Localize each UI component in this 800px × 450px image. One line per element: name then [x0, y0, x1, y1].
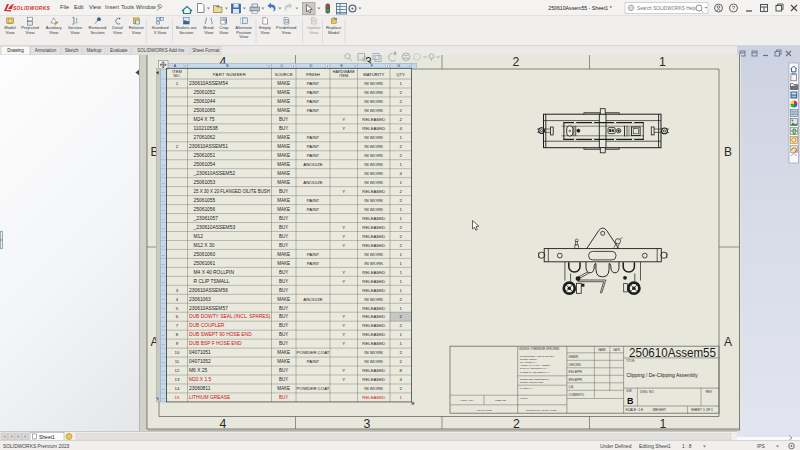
svg-text:230610ASSEM54: 230610ASSEM54: [189, 81, 228, 86]
svg-text:RELEASED: RELEASED: [362, 368, 385, 373]
svg-text:25061056: 25061056: [194, 207, 216, 212]
svg-text:RELEASED: RELEASED: [362, 314, 385, 319]
svg-text:13: 13: [175, 377, 180, 382]
svg-text:BUY: BUY: [279, 341, 288, 346]
svg-text:ANODIZE: ANODIZE: [303, 180, 323, 185]
svg-text:PAINT: PAINT: [307, 261, 320, 266]
svg-text:PAINT: PAINT: [307, 81, 320, 86]
svg-text:23060811: 23060811: [189, 386, 211, 391]
svg-text:25061051: 25061051: [194, 153, 216, 158]
svg-text:110210538: 110210538: [194, 126, 218, 131]
svg-text:Y: Y: [342, 279, 345, 284]
svg-text:M4 X 40 ROLLPIN: M4 X 40 ROLLPIN: [194, 270, 235, 275]
svg-text:Y: Y: [342, 126, 345, 131]
svg-text:Y: Y: [342, 332, 345, 337]
svg-text:UNLESS OTHERWISE SPECIFIED:: UNLESS OTHERWISE SPECIFIED:: [519, 347, 560, 351]
svg-text:M20 X 1.5: M20 X 1.5: [189, 377, 212, 382]
svg-text:25061052: 25061052: [194, 90, 216, 95]
svg-text:TOLERANCING PER:: TOLERANCING PER:: [520, 381, 544, 384]
svg-text:PAINT: PAINT: [307, 252, 320, 257]
svg-text:IN WORK: IN WORK: [364, 207, 383, 212]
svg-text:ANODIZE: ANODIZE: [303, 162, 323, 167]
svg-text:IN WORK: IN WORK: [364, 171, 383, 176]
svg-text:IN WORK: IN WORK: [364, 359, 383, 364]
svg-text:A: A: [724, 335, 732, 349]
svg-text:MAKE: MAKE: [277, 198, 290, 203]
svg-text:B: B: [627, 396, 634, 406]
svg-text:IN WORK: IN WORK: [364, 261, 383, 266]
svg-text:MAKE: MAKE: [277, 99, 290, 104]
svg-text:IN WORK: IN WORK: [364, 135, 383, 140]
svg-text:RELEASED: RELEASED: [362, 270, 385, 275]
svg-text:FINISH: FINISH: [520, 397, 528, 400]
svg-text:RELEASED: RELEASED: [362, 234, 385, 239]
svg-text:04071052: 04071052: [189, 359, 211, 364]
svg-text:MAKE: MAKE: [277, 350, 290, 355]
svg-text:M12: M12: [194, 234, 204, 239]
svg-text:4: 4: [219, 417, 226, 431]
svg-text:POWDER COAT: POWDER COAT: [297, 386, 330, 391]
svg-text:04071051: 04071051: [189, 350, 211, 355]
svg-text:G: G: [397, 64, 400, 68]
svg-text:MAKE: MAKE: [277, 386, 290, 391]
svg-text:MAKE: MAKE: [277, 359, 290, 364]
svg-text:IN WORK: IN WORK: [364, 386, 383, 391]
svg-text:Y: Y: [342, 368, 345, 373]
svg-text:ITEM: ITEM: [339, 74, 348, 78]
svg-text:3: 3: [364, 417, 371, 431]
svg-text:PAINT: PAINT: [307, 135, 320, 140]
svg-text:M24 X 75: M24 X 75: [194, 117, 215, 122]
svg-text:BUY: BUY: [279, 216, 288, 221]
svg-text:Y: Y: [342, 341, 345, 346]
svg-text:Y: Y: [342, 234, 345, 239]
svg-text:BUY: BUY: [279, 225, 288, 230]
svg-text:23061063: 23061063: [189, 297, 211, 302]
svg-text:PART NUMBER: PART NUMBER: [213, 72, 246, 77]
svg-text:IN WORK: IN WORK: [364, 350, 383, 355]
svg-text:Y: Y: [342, 314, 345, 319]
svg-text:SHEET 1 OF 1: SHEET 1 OF 1: [691, 408, 713, 412]
svg-text:Y: Y: [342, 323, 345, 328]
svg-text:IPS: IPS: [757, 444, 766, 449]
svg-text:MAKE: MAKE: [277, 90, 290, 95]
svg-text:IN WORK: IN WORK: [364, 144, 383, 149]
svg-text:CHECKED: CHECKED: [569, 363, 582, 367]
svg-text:BUY: BUY: [279, 189, 288, 194]
svg-text:PAINT: PAINT: [307, 198, 320, 203]
svg-text:RELEASED: RELEASED: [362, 341, 385, 346]
svg-text:RELEASED: RELEASED: [362, 189, 385, 194]
svg-text:25 X 30 X 20 FLANGED OILITE BU: 25 X 30 X 20 FLANGED OILITE BUSH: [194, 189, 271, 194]
svg-text:1 : 8: 1 : 8: [682, 444, 692, 449]
svg-text:DO NOT SCALE DRAWING: DO NOT SCALE DRAWING: [526, 409, 557, 412]
svg-text:2: 2: [513, 55, 520, 69]
svg-text:MAKE: MAKE: [277, 297, 290, 302]
svg-text:WEIGHT:: WEIGHT:: [653, 408, 667, 412]
svg-text:MAKE: MAKE: [277, 162, 290, 167]
svg-text:IN WORK: IN WORK: [364, 99, 383, 104]
svg-text:MAKE: MAKE: [277, 135, 290, 140]
svg-text:BUY: BUY: [279, 368, 288, 373]
svg-text:RELEASED: RELEASED: [362, 395, 385, 400]
svg-text:RELEASED: RELEASED: [362, 216, 385, 221]
svg-text:25061061: 25061061: [194, 261, 216, 266]
svg-text:230610ASSEM57: 230610ASSEM57: [189, 306, 228, 311]
svg-text:Under Defined: Under Defined: [600, 444, 632, 449]
svg-text:NAME: NAME: [598, 348, 606, 352]
svg-text:Y: Y: [342, 189, 345, 194]
svg-text:_23061057: _23061057: [193, 216, 219, 221]
svg-text:IN WORK: IN WORK: [364, 153, 383, 158]
svg-text:Y: Y: [342, 243, 345, 248]
svg-text:DUB BSP F HOSE END: DUB BSP F HOSE END: [189, 341, 242, 346]
svg-text:1: 1: [659, 55, 666, 69]
svg-text:BUY: BUY: [279, 126, 288, 131]
svg-text:MAKE: MAKE: [277, 153, 290, 158]
svg-text:IN WORK: IN WORK: [364, 252, 383, 257]
svg-text:IN WORK: IN WORK: [364, 198, 383, 203]
svg-text:230610ASSEM51: 230610ASSEM51: [189, 144, 228, 149]
svg-text:IN WORK: IN WORK: [364, 108, 383, 113]
svg-text:PAINT: PAINT: [307, 153, 320, 158]
svg-text:15: 15: [175, 395, 180, 400]
svg-text:25061055: 25061055: [194, 198, 216, 203]
svg-text:RELEASED: RELEASED: [362, 323, 385, 328]
svg-text:MAKE: MAKE: [277, 252, 290, 257]
